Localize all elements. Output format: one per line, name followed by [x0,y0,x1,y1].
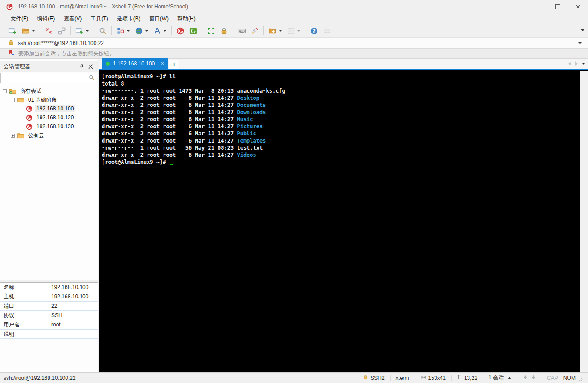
terminal-scrollbar[interactable] [580,71,588,372]
toolbar-overflow-caret-icon[interactable] [581,29,584,31]
help-button[interactable]: ? [308,25,320,37]
close-button[interactable] [568,0,588,13]
toolbar-items: ? [6,24,333,37]
status-encryption: SSH2 [358,375,390,381]
property-value[interactable]: 22 [48,302,98,310]
dropdown-caret-icon[interactable] [163,30,167,32]
matrix-view-button[interactable] [285,25,302,37]
lock-screen-button[interactable] [218,25,230,37]
font-button[interactable] [151,25,169,37]
tab-title: 192.168.10.100 [118,61,155,67]
menu-item[interactable]: 工具(T) [86,13,112,24]
font-icon [153,27,161,35]
property-value[interactable]: root [48,320,98,329]
info-message: 要添加当前会话，点击左侧的箭头按钮。 [18,50,115,57]
status-scroll-buttons [517,375,542,381]
reconnect-button[interactable] [56,25,68,37]
property-row: 端口22 [0,302,98,311]
tree-folder[interactable]: −所有会话 [0,86,98,95]
session-item[interactable]: 192.168.10.100 [0,104,98,113]
property-value[interactable]: 192.168.10.100 [48,283,98,292]
terminal-pane: 1 192.168.10.100 × + [root@AlmaLinux9 ~]… [99,59,588,372]
virtual-keyboard-button[interactable] [236,25,248,37]
menu-item[interactable]: 文件(F) [6,13,33,24]
status-session-count[interactable]: 1 会话 [483,375,517,381]
terminal-text: drwxr-xr-x 2 root root 6 Mar 11 14:27 [102,95,237,101]
clear-screen-button[interactable] [249,25,261,37]
collapse-toggle-icon[interactable]: − [3,89,7,93]
new-tab-button[interactable]: + [169,60,179,69]
menu-item[interactable]: 选项卡(B) [113,13,145,24]
session-item[interactable]: 192.168.10.130 [0,122,98,131]
scroll-down-icon[interactable] [530,375,536,382]
toolbar: ? [0,24,588,37]
session-properties-table: 名称192.168.10.100主机192.168.10.100端口22协议SS… [0,282,98,339]
new-file-button[interactable] [267,25,284,37]
tree-folder[interactable]: +公有云 [0,131,98,140]
tab-layout-button[interactable] [115,25,132,37]
lock-screen-icon [220,27,228,35]
xftp-button[interactable] [187,25,199,37]
dropdown-caret-icon[interactable] [32,30,35,32]
dropdown-caret-icon[interactable] [86,30,89,32]
collapse-toggle-icon[interactable]: − [11,98,15,102]
new-session-button[interactable] [7,25,19,37]
quick-commands-button[interactable] [321,25,333,37]
dropdown-caret-icon[interactable] [297,30,300,32]
session-manager-panel: 会话管理器 −所有会话−01 基础阶段192.168.10.100192.168… [0,59,98,372]
tab-scroll-right-icon[interactable] [575,61,578,66]
property-value[interactable]: SSH [48,311,98,320]
open-folder-button[interactable] [20,25,37,37]
property-value[interactable] [48,330,98,338]
web-browser-button[interactable] [133,25,150,37]
address-dropdown-caret-icon[interactable] [578,42,582,44]
address-url[interactable]: ssh://root:******@192.168.10.100:22 [18,40,576,46]
session-item[interactable]: 192.168.10.120 [0,113,98,122]
maximize-button[interactable] [548,0,568,13]
minimize-button[interactable] [528,0,548,13]
dropdown-caret-icon[interactable] [127,30,130,32]
address-bar[interactable]: ssh://root:******@192.168.10.100:22 [0,37,588,49]
menu-item[interactable]: 编辑(E) [33,13,59,24]
menu-item[interactable]: 查看(V) [59,13,86,24]
session-search-input[interactable] [1,73,88,83]
xshell-button[interactable] [174,25,186,37]
lock-icon [8,39,14,47]
status-connection: ssh://root@192.168.10.100:22 [4,375,358,381]
menu-item[interactable]: 窗口(W) [145,13,173,24]
terminal-line: [root@AlmaLinux9 ~]# ll [102,73,579,80]
tab-list-caret-icon[interactable] [582,63,585,65]
property-row: 用户名root [0,320,98,330]
dropdown-caret-icon[interactable] [145,30,148,32]
add-session-flag-icon [8,49,15,57]
dropdown-caret-icon[interactable] [279,30,282,32]
directory-name: Templates [237,138,266,144]
expand-toggle-icon[interactable]: + [11,134,15,138]
terminal-line: drwxr-xr-x 2 root root 6 Mar 11 14:27 Vi… [102,151,579,159]
close-panel-icon[interactable] [86,62,95,71]
tab-close-icon[interactable]: × [161,61,164,66]
tab-scroll-left-icon[interactable] [568,61,571,66]
terminal[interactable]: [root@AlmaLinux9 ~]# lltotal 8-rw-------… [99,71,588,372]
fullscreen-button[interactable] [205,25,217,37]
session-properties-button[interactable] [74,25,91,37]
session-tree: −所有会话−01 基础阶段192.168.10.100192.168.10.12… [0,86,98,140]
status-terminal-type[interactable]: xterm [391,375,415,381]
toolbar-grip[interactable] [4,26,4,36]
property-value[interactable]: 192.168.10.100 [48,292,98,301]
tree-folder[interactable]: −01 基础阶段 [0,95,98,104]
terminal-line: -rw-------. 1 root root 1473 Mar 8 20:13… [102,87,579,94]
session-manager-title: 会话管理器 [4,63,77,70]
session-icon [25,105,33,113]
find-button[interactable] [97,25,109,37]
status-cursor-position: 13,22 [452,375,483,381]
property-label: 名称 [0,283,48,292]
resize-grip[interactable] [579,375,585,381]
terminal-text: -rw-r--r-- 1 root root 56 May 21 08:23 t… [102,145,263,151]
tab-session[interactable]: 1 192.168.10.100 × [102,58,168,69]
menu-item[interactable]: 帮助(H) [173,13,200,24]
matrix-view-icon [287,27,295,35]
pin-icon[interactable] [77,62,86,71]
scroll-up-icon[interactable] [522,375,528,382]
disconnect-button[interactable] [43,25,55,37]
